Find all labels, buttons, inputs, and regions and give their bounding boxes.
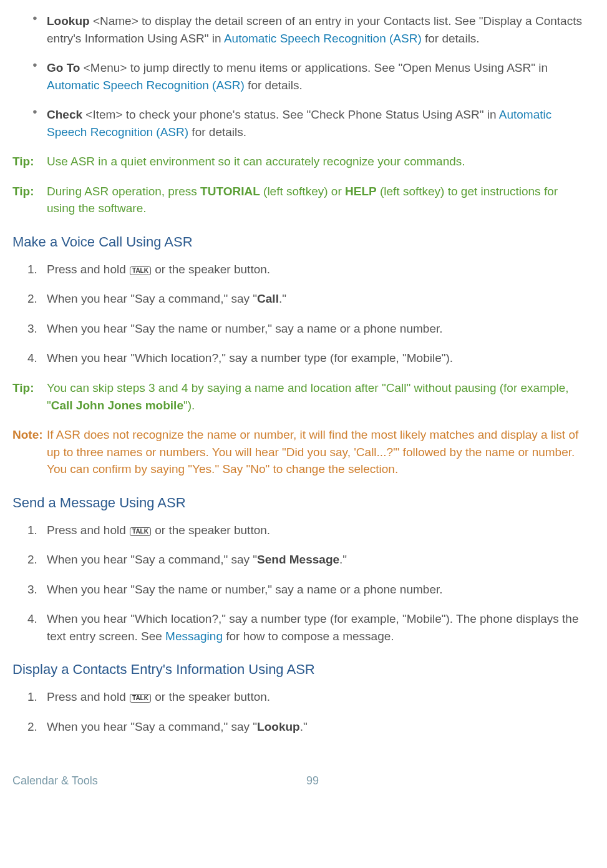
softkey-tutorial: TUTORIAL [200, 185, 260, 198]
talk-key-icon: TALK [130, 266, 151, 275]
step-item: Press and hold TALK or the speaker butto… [12, 261, 587, 278]
talk-key-icon: TALK [130, 694, 151, 703]
footer-page-number: 99 [306, 773, 319, 789]
step-item: When you hear "Say the name or number," … [12, 320, 587, 338]
step-item: Press and hold TALK or the speaker butto… [12, 688, 587, 706]
cmd-label: Check [47, 108, 82, 121]
softkey-help: HELP [345, 185, 377, 198]
text: During ASR operation, press [47, 185, 200, 198]
bullet-check: Check <Item> to check your phone's statu… [12, 106, 587, 140]
step-item: Press and hold TALK or the speaker butto… [12, 522, 587, 539]
asr-command-list: Lookup <Name> to display the detail scre… [12, 12, 587, 140]
text: "). [183, 399, 195, 412]
text: ." [300, 720, 308, 733]
footer-section: Calendar & Tools [12, 773, 98, 789]
heading-send-message: Send a Message Using ASR [12, 493, 587, 513]
steps-voice-call: Press and hold TALK or the speaker butto… [12, 261, 587, 367]
note-label: Note: [12, 426, 47, 478]
tip-body: During ASR operation, press TUTORIAL (le… [47, 183, 587, 217]
bullet-tail: for details. [188, 125, 246, 139]
text: or the speaker button. [152, 263, 270, 276]
messaging-link[interactable]: Messaging [165, 630, 223, 643]
tip-quiet-env: Tip: Use ASR in a quiet environment so i… [12, 153, 587, 170]
voice-cmd-send-message: Send Message [257, 553, 339, 566]
cmd-label: Lookup [47, 14, 90, 27]
heading-display-contact: Display a Contacts Entry's Information U… [12, 660, 587, 680]
text: When you hear "Say a command," say " [47, 553, 257, 566]
bullet-tail: for details. [245, 79, 303, 92]
step-item: When you hear "Say a command," say "Look… [12, 718, 587, 736]
text: When you hear "Say a command," say " [47, 292, 257, 305]
asr-link[interactable]: Automatic Speech Recognition (ASR) [224, 32, 422, 45]
asr-link[interactable]: Automatic Speech Recognition (ASR) [47, 79, 245, 92]
step-item: When you hear "Which location?," say a n… [12, 349, 587, 367]
text: (left softkey) or [260, 185, 345, 198]
tip-skip-steps: Tip: You can skip steps 3 and 4 by sayin… [12, 379, 587, 414]
text: Press and hold [47, 690, 129, 703]
text: Press and hold [47, 263, 129, 276]
heading-voice-call: Make a Voice Call Using ASR [12, 232, 587, 252]
text: Press and hold [47, 524, 129, 537]
bullet-tail: for details. [422, 32, 480, 45]
cmd-label: Go To [47, 61, 80, 74]
text: ." [279, 292, 286, 305]
text: for how to compose a message. [223, 630, 394, 643]
note-recognition: Note: If ASR does not recognize the name… [12, 426, 587, 478]
example-phrase: Call John Jones mobile [51, 399, 183, 412]
text: or the speaker button. [152, 524, 270, 537]
talk-key-icon: TALK [130, 527, 151, 536]
bullet-lookup: Lookup <Name> to display the detail scre… [12, 12, 587, 47]
bullet-text: <Menu> to jump directly to menu items or… [80, 61, 548, 74]
tip-label: Tip: [12, 153, 47, 170]
tip-body: You can skip steps 3 and 4 by saying a n… [47, 379, 587, 414]
step-item: When you hear "Say a command," say "Call… [12, 290, 587, 308]
step-item: When you hear "Say a command," say "Send… [12, 551, 587, 568]
tip-label: Tip: [12, 379, 47, 414]
text: When you hear "Say a command," say " [47, 720, 257, 733]
step-item: When you hear "Which location?," say a n… [12, 610, 587, 645]
step-item: When you hear "Say the name or number," … [12, 581, 587, 598]
note-body: If ASR does not recognize the name or nu… [47, 426, 587, 478]
text: ." [339, 553, 347, 566]
steps-display-contact: Press and hold TALK or the speaker butto… [12, 688, 587, 735]
tip-label: Tip: [12, 183, 47, 217]
bullet-text: <Item> to check your phone's status. See… [82, 108, 499, 121]
tip-tutorial-help: Tip: During ASR operation, press TUTORIA… [12, 183, 587, 217]
text: or the speaker button. [152, 690, 270, 703]
voice-cmd-lookup: Lookup [257, 720, 300, 733]
voice-cmd-call: Call [257, 292, 279, 305]
bullet-goto: Go To <Menu> to jump directly to menu it… [12, 59, 587, 94]
steps-send-message: Press and hold TALK or the speaker butto… [12, 522, 587, 645]
page-footer: Calendar & Tools 99 [12, 773, 587, 789]
tip-body: Use ASR in a quiet environment so it can… [47, 153, 587, 170]
